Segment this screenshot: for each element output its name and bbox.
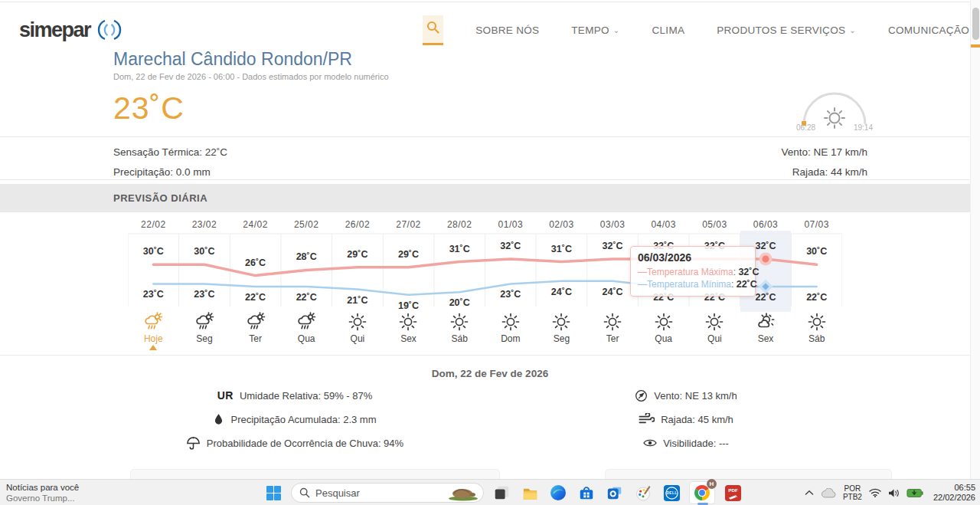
file-explorer-button[interactable]: [519, 482, 541, 503]
microsoft-store-button[interactable]: [576, 482, 597, 503]
chrome-button-active[interactable]: H: [689, 481, 715, 504]
nav-item-produtos-servicos[interactable]: PRODUTOS E SERVIÇOS⌄: [717, 25, 856, 36]
rain-sun-icon: [194, 312, 214, 332]
windows-taskbar: Notícias para você Governo Trump... Pesq…: [0, 479, 980, 505]
taskbar-search-box[interactable]: Pesquisar: [291, 483, 484, 503]
max-temp-label: 31˚C: [536, 244, 587, 254]
chart-date-label: 01/03: [485, 219, 537, 230]
max-temp-label: 31˚C: [434, 244, 485, 254]
forecast-day-10[interactable]: Qua: [638, 312, 689, 344]
chart-date-label: 02/03: [536, 219, 587, 230]
forecast-day-2[interactable]: Ter: [230, 312, 281, 344]
dell-app-button[interactable]: DELL: [661, 482, 682, 503]
folder-icon: [521, 484, 539, 502]
task-view-icon: [493, 484, 510, 501]
chart-date-label: 05/03: [689, 219, 740, 230]
page-scrollbar[interactable]: [970, 0, 980, 479]
forecast-day-1[interactable]: Seg: [179, 312, 230, 344]
daily-forecast-chart: 22/0223/0224/0225/0226/0227/0228/0201/03…: [128, 212, 842, 355]
forecast-day-13[interactable]: Sáb: [791, 312, 842, 344]
nav-item-comunicacao[interactable]: COMUNICAÇÃO: [888, 25, 969, 36]
paint-icon: [635, 484, 652, 502]
nav-item-clima[interactable]: CLIMA: [652, 25, 684, 36]
battery-icon[interactable]: [906, 488, 923, 498]
rain-sun-icon: [143, 312, 163, 332]
pdf-app-button[interactable]: PDF: [722, 482, 743, 503]
simepar-logo[interactable]: simepar: [19, 18, 122, 41]
onedrive-cloud-icon[interactable]: [821, 488, 836, 498]
svg-text:DELL: DELL: [666, 491, 677, 495]
forecast-day-3[interactable]: Qua: [281, 312, 332, 344]
divider: [0, 179, 980, 180]
feels-like-value: Sensação Térmica: 22˚C: [113, 143, 227, 162]
chart-tooltip: 06/03/2026 Temperatura Máxima: 32˚C Temp…: [630, 246, 756, 297]
forecast-day-0[interactable]: Hoje: [128, 312, 179, 344]
tray-chevron-up-icon[interactable]: [805, 490, 814, 496]
accumulated-precipitation-row: Precipitação Acumulada: 2.3 mm: [213, 412, 376, 427]
sun-icon: [551, 312, 571, 332]
taskbar-news-widget[interactable]: Notícias para você Governo Trump...: [6, 482, 79, 503]
forecast-day-8[interactable]: Seg: [536, 312, 587, 344]
pdf-icon: PDF: [724, 484, 742, 502]
system-tray: PORPTB2 06:55 22/02/2026: [805, 480, 975, 505]
forecast-day-9[interactable]: Ter: [587, 312, 639, 344]
humidity-icon: UR: [217, 389, 234, 402]
wifi-icon[interactable]: [869, 488, 881, 497]
chart-date-label: 27/02: [383, 219, 434, 230]
svg-text:PDF: PDF: [728, 487, 738, 492]
forecast-day-4[interactable]: Qui: [332, 312, 384, 344]
chevron-down-icon: ⌄: [849, 26, 856, 34]
max-temp-label: 32˚C: [485, 241, 537, 251]
task-view-button[interactable]: [491, 482, 512, 503]
forecast-day-12[interactable]: Sex: [740, 312, 792, 344]
min-temp-label: 22˚C: [230, 292, 281, 303]
day-details-section: Dom, 22 de Fev de 2026 UR Umidade Relati…: [0, 355, 980, 469]
humidity-row: UR Umidade Relativa: 59% - 87%: [217, 388, 373, 403]
clock-widget[interactable]: 06:55 22/02/2026: [933, 483, 975, 503]
min-temp-label: 21˚C: [332, 295, 384, 306]
max-temp-label: 30˚C: [791, 246, 842, 257]
max-temp-marker: [761, 254, 771, 264]
conditions-right: Vento: NE 17 km/h Rajada: 44 km/h: [781, 143, 867, 182]
max-temp-label: 30˚C: [179, 246, 230, 257]
site-header: simepar SOBRE NÓS TEMPO⌄ CLIMA PRODUTOS …: [0, 6, 980, 54]
droplet-icon: [213, 412, 224, 426]
nav-item-tempo[interactable]: TEMPO⌄: [571, 25, 619, 36]
news-headline: Governo Trump...: [6, 493, 79, 503]
forecast-day-7[interactable]: Dom: [485, 312, 537, 344]
tooltip-date: 06/03/2026: [638, 251, 748, 264]
section-title: PREVISÃO DIÁRIA: [113, 192, 207, 204]
today-caret-icon: [149, 345, 157, 350]
rain-probability-row: Probabilidade de Ocorrência de Chuva: 94…: [186, 435, 403, 451]
forecast-day-5[interactable]: Sex: [383, 312, 434, 344]
outlook-button[interactable]: [604, 482, 626, 503]
speaker-icon[interactable]: [888, 488, 900, 498]
search-button[interactable]: [423, 15, 443, 45]
browser-page: simepar SOBRE NÓS TEMPO⌄ CLIMA PRODUTOS …: [0, 0, 980, 505]
signal-waves-icon: [96, 18, 122, 41]
visibility-row: Visibilidade: ---: [643, 435, 729, 451]
language-indicator[interactable]: PORPTB2: [843, 484, 862, 501]
edge-browser-button[interactable]: [547, 482, 569, 503]
forecast-day-11[interactable]: Qui: [689, 312, 740, 344]
max-temp-label: 29˚C: [383, 249, 434, 260]
sun-icon: [449, 312, 469, 332]
min-temp-label: 24˚C: [536, 287, 587, 297]
max-temp-label: 29˚C: [332, 249, 384, 260]
scrollbar-thumb[interactable]: [972, 8, 979, 40]
current-conditions: Sensação Térmica: 22˚C Precipitação: 0.0…: [0, 143, 980, 182]
rain-sun-icon: [296, 312, 316, 332]
nav-item-sobre-nos[interactable]: SOBRE NÓS: [475, 25, 539, 36]
daily-forecast-section-header: PREVISÃO DIÁRIA: [0, 184, 980, 212]
start-button[interactable]: [263, 482, 284, 503]
forecast-day-6[interactable]: Sáb: [434, 312, 485, 344]
min-temp-label: 20˚C: [434, 297, 485, 308]
paint-button[interactable]: [632, 482, 654, 503]
min-temp-label: 22˚C: [791, 292, 842, 303]
sunset-time: 19:14: [854, 123, 873, 132]
compass-icon: [635, 389, 648, 402]
tray-date: 22/02/2026: [933, 493, 975, 503]
windows-logo-icon: [266, 485, 282, 501]
max-temp-label: 30˚C: [128, 246, 179, 257]
max-temp-label: 26˚C: [230, 257, 281, 268]
